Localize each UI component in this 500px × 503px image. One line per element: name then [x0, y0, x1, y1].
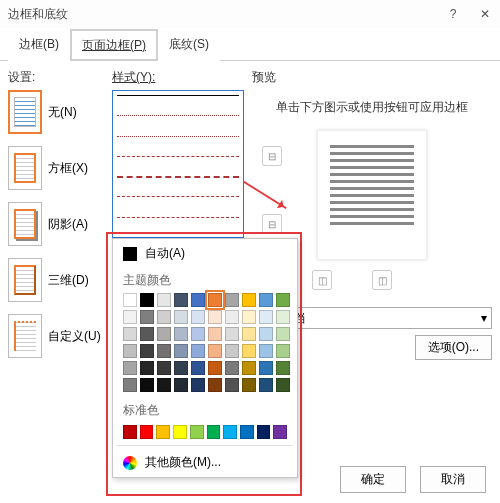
setting-box[interactable]: 方框(X) [8, 146, 104, 190]
options-button[interactable]: 选项(O)... [415, 335, 492, 360]
theme-swatch[interactable] [123, 310, 137, 324]
setting-3d[interactable]: 三维(D) [8, 258, 104, 302]
theme-swatch[interactable] [242, 327, 256, 341]
border-bottom-button[interactable]: ⊟ [262, 214, 282, 234]
tab-page-border[interactable]: 页面边框(P) [70, 29, 158, 61]
preview-instruction: 单击下方图示或使用按钮可应用边框 [252, 90, 492, 124]
border-right-button[interactable]: ◫ [372, 270, 392, 290]
cancel-button[interactable]: 取消 [420, 466, 486, 493]
color-wheel-icon [123, 456, 137, 470]
border-left-button[interactable]: ◫ [312, 270, 332, 290]
setting-none[interactable]: 无(N) [8, 90, 104, 134]
style-label: 样式(Y): [112, 69, 244, 86]
theme-swatch[interactable] [191, 293, 205, 307]
theme-swatch[interactable] [259, 327, 273, 341]
theme-colors-label: 主题颜色 [113, 268, 297, 291]
theme-swatch[interactable] [242, 344, 256, 358]
more-colors[interactable]: 其他颜色(M)... [113, 448, 297, 477]
setting-custom[interactable]: 自定义(U) [8, 314, 104, 358]
theme-swatch[interactable] [123, 293, 137, 307]
color-auto[interactable]: 自动(A) [113, 239, 297, 268]
theme-swatch[interactable] [191, 310, 205, 324]
tab-border[interactable]: 边框(B) [8, 29, 70, 61]
color-dropdown: 自动(A) 主题颜色 标准色 其他颜色(M)... [112, 238, 298, 478]
theme-swatch[interactable] [276, 344, 290, 358]
theme-swatch[interactable] [276, 327, 290, 341]
style-list[interactable] [112, 90, 244, 238]
theme-swatch[interactable] [157, 293, 171, 307]
theme-swatch[interactable] [259, 361, 273, 375]
theme-swatch[interactable] [191, 361, 205, 375]
theme-swatch[interactable] [123, 344, 137, 358]
setting-shadow[interactable]: 阴影(A) [8, 202, 104, 246]
theme-swatch[interactable] [259, 293, 273, 307]
theme-swatch[interactable] [208, 327, 222, 341]
theme-swatch[interactable] [225, 378, 239, 392]
auto-swatch-icon [123, 247, 137, 261]
theme-swatch[interactable] [259, 378, 273, 392]
annotation-arrow [243, 181, 286, 209]
theme-swatch[interactable] [208, 361, 222, 375]
ok-button[interactable]: 确定 [340, 466, 406, 493]
theme-swatch[interactable] [276, 378, 290, 392]
theme-swatch[interactable] [242, 293, 256, 307]
theme-swatch[interactable] [276, 310, 290, 324]
standard-swatch[interactable] [140, 425, 154, 439]
help-button[interactable]: ? [446, 7, 460, 21]
border-top-button[interactable]: ⊟ [262, 146, 282, 166]
preview-label: 预览 [252, 69, 492, 86]
theme-swatch[interactable] [123, 361, 137, 375]
theme-swatch[interactable] [174, 378, 188, 392]
theme-swatch[interactable] [123, 378, 137, 392]
theme-swatch[interactable] [157, 361, 171, 375]
theme-swatch[interactable] [242, 310, 256, 324]
theme-swatch[interactable] [225, 327, 239, 341]
theme-swatch[interactable] [123, 327, 137, 341]
standard-swatch[interactable] [257, 425, 271, 439]
theme-swatch[interactable] [140, 361, 154, 375]
tab-shading[interactable]: 底纹(S) [158, 29, 220, 61]
theme-swatch[interactable] [140, 344, 154, 358]
standard-swatch[interactable] [173, 425, 187, 439]
theme-swatch[interactable] [242, 361, 256, 375]
close-button[interactable]: ✕ [478, 7, 492, 21]
theme-swatch[interactable] [208, 378, 222, 392]
theme-swatch[interactable] [259, 310, 273, 324]
theme-swatch[interactable] [174, 327, 188, 341]
theme-swatch[interactable] [157, 378, 171, 392]
theme-swatch[interactable] [191, 344, 205, 358]
preview-page[interactable] [317, 130, 427, 260]
theme-swatch[interactable] [157, 344, 171, 358]
theme-swatch[interactable] [140, 293, 154, 307]
theme-swatch[interactable] [174, 361, 188, 375]
theme-swatch[interactable] [225, 310, 239, 324]
theme-swatch[interactable] [276, 293, 290, 307]
theme-swatch[interactable] [140, 327, 154, 341]
standard-swatch[interactable] [123, 425, 137, 439]
theme-swatch[interactable] [225, 361, 239, 375]
standard-swatch[interactable] [273, 425, 287, 439]
theme-swatch[interactable] [157, 310, 171, 324]
theme-swatch[interactable] [140, 378, 154, 392]
theme-swatch[interactable] [208, 293, 222, 307]
theme-swatch[interactable] [157, 327, 171, 341]
theme-swatch[interactable] [208, 310, 222, 324]
theme-swatch[interactable] [174, 344, 188, 358]
standard-swatch[interactable] [190, 425, 204, 439]
theme-swatch[interactable] [191, 327, 205, 341]
theme-swatch[interactable] [208, 344, 222, 358]
standard-swatch[interactable] [240, 425, 254, 439]
theme-swatch[interactable] [191, 378, 205, 392]
theme-swatch[interactable] [174, 293, 188, 307]
theme-swatch[interactable] [276, 361, 290, 375]
standard-colors-label: 标准色 [113, 398, 297, 421]
standard-swatch[interactable] [223, 425, 237, 439]
theme-swatch[interactable] [225, 344, 239, 358]
theme-swatch[interactable] [174, 310, 188, 324]
theme-swatch[interactable] [259, 344, 273, 358]
theme-swatch[interactable] [225, 293, 239, 307]
theme-swatch[interactable] [140, 310, 154, 324]
standard-swatch[interactable] [207, 425, 221, 439]
theme-swatch[interactable] [242, 378, 256, 392]
standard-swatch[interactable] [156, 425, 170, 439]
